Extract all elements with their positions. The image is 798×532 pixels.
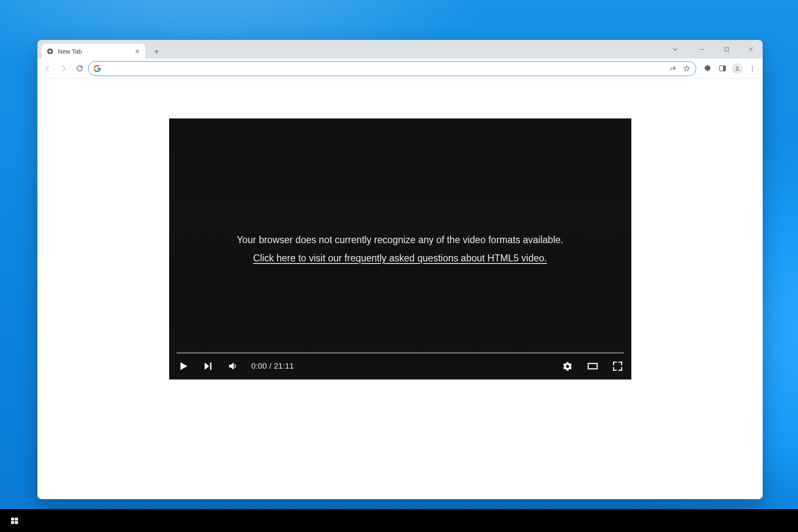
video-error-message: Your browser does not currently recogniz… — [237, 231, 563, 267]
google-g-icon — [94, 65, 101, 72]
play-button[interactable] — [177, 360, 189, 372]
browser-toolbar — [37, 59, 763, 79]
nav-reload-button[interactable] — [72, 62, 86, 76]
tab-title: New Tab — [58, 48, 82, 55]
progress-bar[interactable] — [177, 352, 624, 354]
start-button[interactable] — [4, 509, 25, 532]
video-error-line1: Your browser does not currently recogniz… — [237, 231, 563, 249]
svg-point-8 — [752, 70, 753, 71]
nav-forward-button[interactable] — [57, 62, 71, 76]
tab-close-button[interactable] — [133, 47, 141, 55]
theater-mode-icon[interactable] — [586, 360, 599, 372]
player-controls: 0:00 / 21:11 — [169, 350, 631, 379]
svg-point-7 — [752, 68, 753, 69]
chrome-menu-button[interactable] — [745, 62, 759, 76]
page-content: Your browser does not currently recogniz… — [37, 79, 763, 499]
tab-strip: New Tab — [37, 40, 763, 59]
timecode: 0:00 / 21:11 — [251, 362, 294, 371]
bookmark-star-icon[interactable] — [681, 63, 692, 74]
browser-tab[interactable]: New Tab — [42, 44, 145, 59]
extensions-puzzle-icon[interactable] — [700, 62, 714, 76]
browser-window: New Tab — [37, 40, 763, 499]
svg-rect-10 — [588, 364, 597, 369]
video-player: Your browser does not currently recogniz… — [169, 118, 631, 379]
current-time: 0:00 — [251, 362, 267, 370]
video-faq-link[interactable]: Click here to visit our frequently asked… — [253, 253, 547, 264]
svg-rect-14 — [15, 521, 18, 524]
svg-rect-9 — [210, 362, 211, 369]
tab-search-button[interactable] — [671, 46, 690, 53]
omnibox-input[interactable] — [105, 65, 663, 72]
profile-avatar-button[interactable] — [730, 62, 744, 76]
share-icon[interactable] — [667, 63, 679, 74]
omnibox[interactable] — [88, 61, 696, 76]
settings-gear-icon[interactable] — [562, 360, 574, 372]
svg-point-5 — [736, 66, 738, 68]
svg-rect-2 — [725, 47, 729, 51]
fullscreen-icon[interactable] — [611, 360, 624, 372]
svg-rect-4 — [723, 66, 725, 71]
svg-rect-11 — [11, 517, 15, 520]
duration: 21:11 — [274, 362, 294, 370]
volume-button[interactable] — [227, 360, 239, 372]
window-maximize-button[interactable] — [714, 40, 739, 59]
time-separator: / — [267, 362, 273, 370]
window-close-button[interactable] — [739, 40, 763, 59]
side-panel-icon[interactable] — [715, 62, 729, 76]
next-button[interactable] — [202, 360, 214, 372]
tab-favicon-icon — [47, 48, 54, 55]
new-tab-button[interactable] — [150, 44, 164, 59]
svg-rect-12 — [15, 517, 18, 520]
windows-taskbar — [0, 509, 798, 532]
nav-back-button[interactable] — [41, 62, 55, 76]
svg-point-6 — [752, 66, 753, 67]
window-controls — [671, 40, 763, 59]
svg-rect-13 — [11, 521, 15, 524]
window-minimize-button[interactable] — [690, 40, 714, 59]
svg-point-1 — [49, 50, 52, 52]
